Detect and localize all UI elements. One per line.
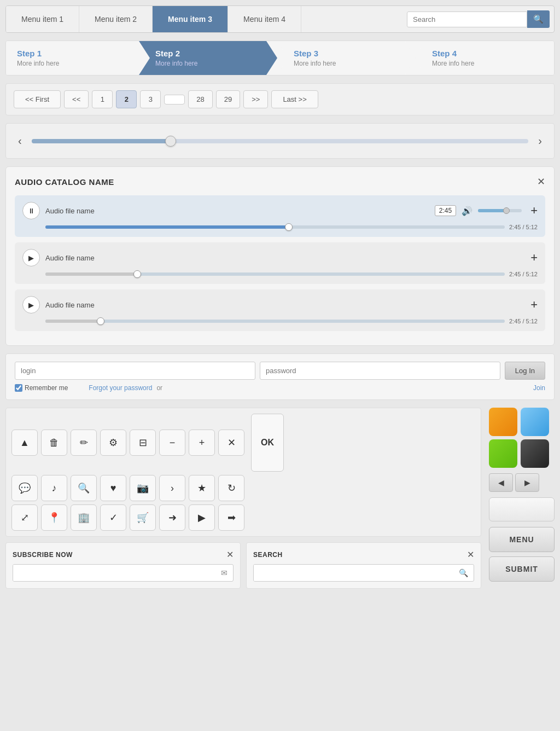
search-form-close[interactable]: ✕ [467,549,474,560]
menu-submit-btns: MENU SUBMIT [489,527,555,582]
slider-left-arrow[interactable]: ‹ [14,134,26,148]
nav-item-4[interactable]: Menu item 4 [228,6,301,32]
blue-color-btn[interactable] [521,408,549,436]
audio-progress-track-1[interactable] [45,225,505,229]
audio-duration-1: 2:45 / 5:12 [509,224,538,230]
forgot-password-link[interactable]: Forgot your password [89,384,152,392]
blank-btn[interactable] [489,497,555,521]
play-icon-btn[interactable]: ▶ [189,504,215,531]
audio-progress-thumb-2[interactable] [133,270,141,278]
login-button[interactable]: Log In [505,362,545,380]
nav-item-1[interactable]: Menu item 1 [6,6,79,32]
page-28-button[interactable]: 28 [188,90,212,108]
right-arrow-btn[interactable]: ▶ [515,473,539,492]
add-button-1[interactable]: + [530,204,538,218]
step-4-sub: More info here [432,60,543,67]
left-arrow-btn[interactable]: ◀ [489,473,513,492]
search-icon-btn[interactable]: 🔍 [71,475,97,501]
login-input[interactable] [15,362,255,380]
pause-button-1[interactable]: ⏸ [22,202,40,219]
music-icon-btn[interactable]: ♪ [41,475,67,501]
settings-icon-btn[interactable]: ⚙ [100,430,126,456]
volume-fill-1 [478,209,506,212]
nav-item-2[interactable]: Menu item 2 [79,6,153,32]
menu-button[interactable]: MENU [489,527,555,552]
audio-progress-track-3[interactable] [45,320,505,323]
audio-catalog-close[interactable]: ✕ [537,176,545,188]
upload-icon-btn[interactable]: ▲ [11,430,38,456]
volume-thumb-1[interactable] [503,207,510,214]
orange-color-btn[interactable] [489,408,517,436]
next-button[interactable]: >> [243,90,268,108]
search-button[interactable]: 🔍 [527,10,550,28]
plus-icon-btn[interactable]: + [189,430,215,456]
step-2[interactable]: Step 2 More info here [139,41,277,75]
submit-button[interactable]: SUBMIT [489,556,555,582]
trash-icon-btn[interactable]: 🗑 [41,430,67,456]
chevron-right-icon-btn[interactable]: › [159,475,185,501]
step-3[interactable]: Step 3 More info here [277,41,416,75]
green-color-btn[interactable] [489,439,517,468]
play-button-2[interactable]: ▶ [22,249,40,266]
audio-track-3: ▶ Audio file name + 2:45 / 5:12 [15,289,545,331]
slider-track[interactable] [32,139,529,143]
step-3-sub: More info here [294,60,405,67]
location-icon-btn[interactable]: 📍 [41,504,67,531]
prev-button[interactable]: << [64,90,89,108]
search-input[interactable] [407,11,527,27]
subscribe-box: SUBSCRIBE NOW ✕ ✉ [5,542,241,589]
check-icon-btn[interactable]: ✓ [100,504,126,531]
audio-progress-thumb-1[interactable] [285,223,293,231]
page-1-button[interactable]: 1 [92,90,113,108]
add-button-3[interactable]: + [530,298,538,312]
step-1[interactable]: Step 1 More info here [6,41,139,75]
audio-catalog-title: AUDIO CATALOG NAME [15,177,114,187]
audio-progress-thumb-3[interactable] [97,317,104,325]
audio-progress-track-2[interactable] [45,272,505,276]
chat-icon-btn[interactable]: 💬 [11,475,38,501]
icon-row-1: ▲ 🗑 ✏ ⚙ ⊟ − + ✕ OK [11,414,475,472]
close-icon-btn[interactable]: ✕ [218,430,244,456]
page-2-button[interactable]: 2 [116,90,137,108]
star-icon-btn[interactable]: ★ [189,475,215,501]
step-1-title: Step 1 [17,49,128,58]
slider-right-arrow[interactable]: › [534,134,546,148]
signin-icon-btn[interactable]: ➡ [218,504,244,531]
password-input[interactable] [260,362,500,380]
heart-icon-btn[interactable]: ♥ [100,475,126,501]
subscribe-input[interactable] [13,565,215,581]
sliders-icon-btn[interactable]: ⊟ [130,430,156,456]
first-button[interactable]: << First [14,90,61,108]
building-icon-btn[interactable]: 🏢 [71,504,97,531]
edit-icon-btn[interactable]: ✏ [71,430,97,456]
page-3-button[interactable]: 3 [140,90,161,108]
step-3-title: Step 3 [294,49,405,58]
arrow-right-icon-btn[interactable]: ➜ [159,504,185,531]
dark-color-btn[interactable] [521,439,549,468]
step-4[interactable]: Step 4 More info here [416,41,554,75]
step-4-title: Step 4 [432,49,543,58]
join-link[interactable]: Join [533,384,545,392]
slider-thumb[interactable] [165,136,176,147]
audio-time-badge-1: 2:45 [435,205,456,216]
camera-icon-btn[interactable]: 📷 [130,475,156,501]
add-button-2[interactable]: + [530,251,538,265]
audio-progress-fill-2 [45,272,137,276]
cart-icon-btn[interactable]: 🛒 [130,504,156,531]
page-gap-button[interactable] [164,95,185,105]
last-button[interactable]: Last >> [271,90,318,108]
refresh-icon-btn[interactable]: ↻ [218,475,244,501]
nav-item-3[interactable]: Menu item 3 [153,6,228,32]
search-form-input[interactable] [254,565,453,581]
ok-button[interactable]: OK [251,414,284,472]
volume-track-1[interactable] [478,209,522,212]
subscribe-close[interactable]: ✕ [226,549,234,560]
volume-icon-1[interactable]: 🔊 [462,206,472,216]
search-box: SEARCH ✕ 🔍 [246,542,481,589]
page-29-button[interactable]: 29 [216,90,240,108]
expand-icon-btn[interactable]: ⤢ [11,504,38,531]
play-button-3[interactable]: ▶ [22,296,40,314]
audio-progress-fill-3 [45,320,101,323]
minus-icon-btn[interactable]: − [159,430,185,456]
remember-me-checkbox[interactable] [15,384,22,392]
